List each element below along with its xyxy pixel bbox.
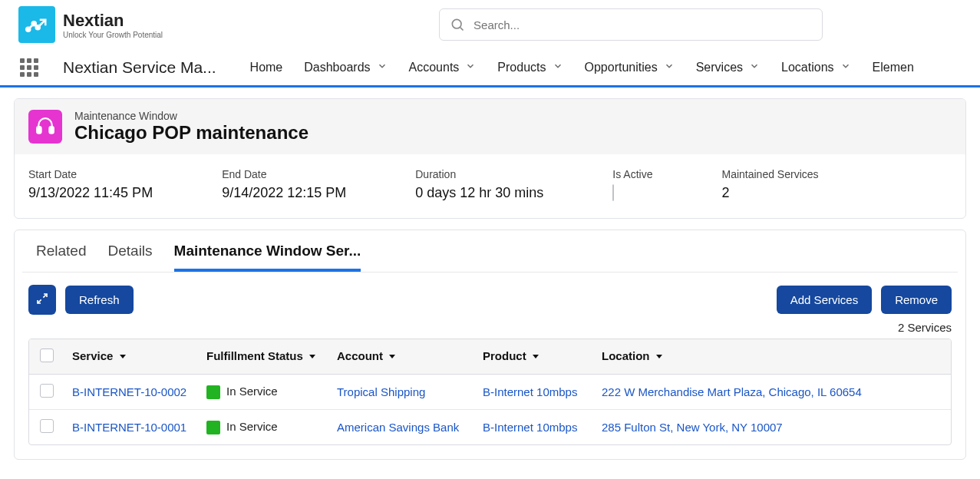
col-header-service[interactable]: Service bbox=[64, 339, 199, 375]
tab-details[interactable]: Details bbox=[108, 243, 153, 272]
status-indicator bbox=[206, 421, 220, 434]
service-link[interactable]: B-INTERNET-10-0001 bbox=[72, 421, 186, 434]
svg-marker-10 bbox=[309, 355, 315, 358]
status-text: In Service bbox=[226, 420, 278, 433]
nav-item-label: Accounts bbox=[409, 61, 460, 74]
filter-icon[interactable] bbox=[388, 351, 397, 364]
remove-button[interactable]: Remove bbox=[881, 286, 952, 314]
nav-item-label: Locations bbox=[781, 61, 834, 74]
row-checkbox[interactable] bbox=[40, 419, 54, 433]
nav-item-label: Products bbox=[497, 61, 546, 74]
add-services-button[interactable]: Add Services bbox=[777, 286, 872, 314]
field-value-end: 9/14/2022 12:15 PM bbox=[222, 185, 346, 201]
nav-item-elemen[interactable]: Elemen bbox=[873, 61, 914, 74]
field-value-duration: 0 days 12 hr 30 mins bbox=[415, 185, 543, 201]
field-label-duration: Duration bbox=[415, 168, 543, 180]
table-row: B-INTERNET-10-0001In ServiceAmerican Sav… bbox=[29, 410, 951, 445]
search-input[interactable] bbox=[439, 8, 823, 41]
svg-marker-9 bbox=[120, 355, 126, 358]
refresh-button[interactable]: Refresh bbox=[65, 286, 134, 314]
svg-rect-6 bbox=[49, 127, 53, 134]
chevron-down-icon[interactable] bbox=[465, 61, 476, 74]
svg-marker-12 bbox=[533, 355, 539, 358]
chevron-down-icon[interactable] bbox=[377, 61, 388, 74]
expand-button[interactable] bbox=[28, 285, 56, 315]
brand-name: Nextian bbox=[63, 11, 163, 31]
svg-point-0 bbox=[26, 28, 30, 31]
nav-item-accounts[interactable]: Accounts bbox=[409, 61, 477, 74]
search-icon bbox=[450, 17, 465, 35]
nav-item-label: Home bbox=[250, 61, 283, 74]
chevron-down-icon[interactable] bbox=[664, 61, 675, 74]
field-value-maintained: 2 bbox=[721, 185, 818, 201]
nav-item-services[interactable]: Services bbox=[696, 61, 760, 74]
svg-point-3 bbox=[452, 19, 461, 28]
nav-item-label: Elemen bbox=[873, 61, 914, 74]
brand-logo-icon bbox=[18, 6, 55, 43]
svg-point-2 bbox=[36, 25, 40, 29]
nav-item-label: Dashboards bbox=[304, 61, 370, 74]
svg-line-4 bbox=[460, 28, 464, 31]
chevron-down-icon[interactable] bbox=[553, 61, 563, 74]
product-link[interactable]: B-Internet 10mbps bbox=[483, 385, 577, 398]
col-header-fulfillment-status[interactable]: Fulfillment Status bbox=[199, 339, 329, 375]
field-label-maintained: Maintained Services bbox=[721, 168, 818, 180]
table-row: B-INTERNET-10-0002In ServiceTropical Shi… bbox=[29, 375, 951, 410]
filter-icon[interactable] bbox=[118, 351, 127, 364]
record-type-icon bbox=[28, 110, 62, 144]
nav-item-label: Opportunities bbox=[585, 61, 658, 74]
services-count: 2 Services bbox=[15, 321, 965, 339]
account-link[interactable]: American Savings Bank bbox=[337, 421, 459, 434]
field-label-active: Is Active bbox=[612, 168, 652, 180]
svg-rect-5 bbox=[37, 127, 41, 134]
chevron-down-icon[interactable] bbox=[749, 61, 760, 74]
nav-item-label: Services bbox=[696, 61, 743, 74]
col-header-account[interactable]: Account bbox=[329, 339, 475, 375]
nav-item-home[interactable]: Home bbox=[250, 61, 283, 74]
location-link[interactable]: 222 W Merchandise Mart Plaza, Chicago, I… bbox=[602, 385, 862, 398]
nav-item-locations[interactable]: Locations bbox=[781, 61, 851, 74]
svg-marker-13 bbox=[656, 355, 662, 358]
object-label: Maintenance Window bbox=[74, 110, 309, 122]
field-label-end: End Date bbox=[222, 168, 346, 180]
svg-marker-11 bbox=[389, 355, 395, 358]
filter-icon[interactable] bbox=[531, 351, 540, 364]
brand-tagline: Unlock Your Growth Potential bbox=[63, 31, 163, 39]
is-active-checkbox[interactable] bbox=[612, 184, 614, 201]
field-value-start: 9/13/2022 11:45 PM bbox=[28, 185, 153, 201]
row-checkbox[interactable] bbox=[40, 384, 54, 398]
col-header-product[interactable]: Product bbox=[475, 339, 594, 375]
nav-item-dashboards[interactable]: Dashboards bbox=[304, 61, 387, 74]
chevron-down-icon[interactable] bbox=[840, 61, 851, 74]
nav-item-opportunities[interactable]: Opportunities bbox=[585, 61, 675, 74]
app-launcher-icon[interactable] bbox=[18, 57, 40, 78]
account-link[interactable]: Tropical Shipping bbox=[337, 385, 425, 398]
product-link[interactable]: B-Internet 10mbps bbox=[483, 421, 577, 434]
svg-point-1 bbox=[32, 21, 36, 25]
brand-logo-block[interactable]: Nextian Unlock Your Growth Potential bbox=[18, 6, 163, 43]
location-link[interactable]: 285 Fulton St, New York, NY 10007 bbox=[602, 421, 783, 434]
service-link[interactable]: B-INTERNET-10-0002 bbox=[72, 385, 186, 398]
col-header-location[interactable]: Location bbox=[594, 339, 951, 375]
filter-icon[interactable] bbox=[655, 351, 664, 364]
nav-item-products[interactable]: Products bbox=[497, 61, 563, 74]
select-all-checkbox[interactable] bbox=[40, 349, 54, 362]
page-title: Chicago POP maintenance bbox=[74, 122, 309, 144]
filter-icon[interactable] bbox=[308, 351, 317, 364]
app-title: Nextian Service Ma... bbox=[63, 58, 216, 77]
status-text: In Service bbox=[226, 385, 278, 398]
status-indicator bbox=[206, 385, 220, 399]
tab-related[interactable]: Related bbox=[36, 243, 87, 272]
field-label-start: Start Date bbox=[28, 168, 153, 180]
tab-maintenance-window-ser-[interactable]: Maintenance Window Ser... bbox=[174, 243, 361, 272]
